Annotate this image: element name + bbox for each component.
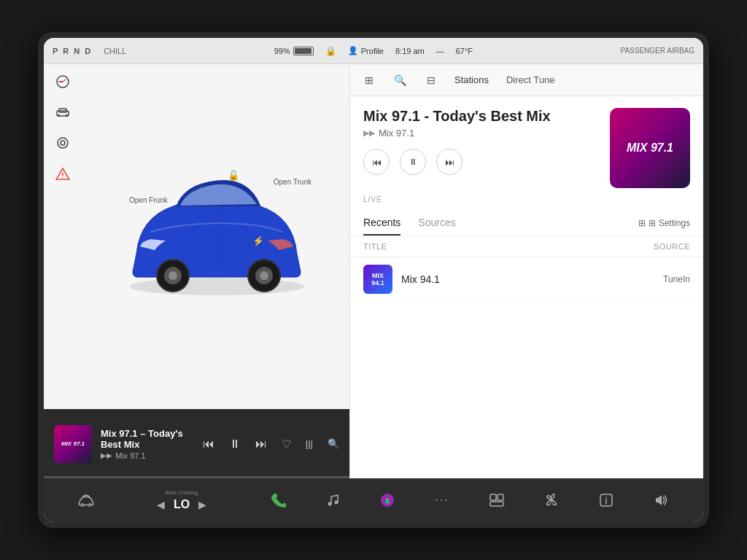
mini-next-button[interactable]: ⏭ <box>255 438 267 451</box>
profile-label: Profile <box>361 47 384 55</box>
left-panel: Open Frunk Open Trunk 🔓 ⚡ <box>44 64 350 478</box>
search-icon[interactable]: 🔍 <box>391 71 409 89</box>
main-content: Open Frunk Open Trunk 🔓 ⚡ <box>44 64 703 478</box>
taskbar-radio-button[interactable] <box>360 494 414 507</box>
now-playing-info: Mix 97.1 - Today's Best Mix ▶▶ Mix 97.1 … <box>363 108 598 175</box>
svg-point-21 <box>88 503 91 507</box>
unlock-icon[interactable]: 🔓 <box>228 170 239 181</box>
tabs-row: Recents Sources ⊞ ⊞ Settings <box>350 211 703 236</box>
svg-point-18 <box>260 271 268 280</box>
battery-indicator: 99% <box>274 47 314 55</box>
taskbar: Max Cooling ◀ LO ▶ <box>44 478 703 522</box>
pause-button[interactable]: ⏸ <box>400 149 426 175</box>
title-column-header: TITLE <box>363 242 632 251</box>
svg-point-23 <box>334 501 338 505</box>
taskbar-volume-button[interactable] <box>634 494 689 507</box>
volume-taskbar-icon <box>653 494 669 507</box>
taskbar-climate-button[interactable]: Max Cooling ◀ LO ▶ <box>113 489 250 511</box>
car-front-icon[interactable] <box>53 102 73 122</box>
svg-rect-27 <box>490 494 496 500</box>
speedometer-icon[interactable] <box>53 71 73 92</box>
sources-tab[interactable]: Sources <box>418 211 455 236</box>
direct-tune-tab[interactable]: Direct Tune <box>505 71 556 88</box>
svg-rect-6 <box>66 114 68 117</box>
recent-track-name: Mix 94.1 <box>401 273 623 285</box>
taskbar-more-button[interactable]: ··· <box>414 494 469 507</box>
stations-tab[interactable]: Stations <box>453 71 490 88</box>
car-taskbar-icon <box>77 494 95 507</box>
taskbar-dashboard-button[interactable] <box>469 494 524 507</box>
mini-heart-button[interactable]: ♡ <box>282 438 291 451</box>
phone-taskbar-icon <box>270 492 286 508</box>
mini-progress-bar <box>44 476 349 478</box>
now-playing-section: Mix 97.1 - Today's Best Mix ▶▶ Mix 97.1 … <box>350 96 703 195</box>
music-taskbar-icon <box>325 493 340 508</box>
fan-taskbar-icon <box>543 492 560 508</box>
battery-fill <box>295 48 311 54</box>
open-trunk-label[interactable]: Open Trunk <box>274 177 311 187</box>
mini-track-info: Mix 97.1 – Today's Best Mix ▶▶ Mix 97.1 <box>101 428 194 460</box>
dashboard-taskbar-icon <box>489 494 504 507</box>
grid-icon[interactable]: ⊞ <box>362 71 376 89</box>
tire-icon[interactable] <box>53 133 73 153</box>
now-playing-subtitle: ▶▶ Mix 97.1 <box>363 128 598 139</box>
taskbar-fan-button[interactable] <box>525 492 579 508</box>
open-frunk-label[interactable]: Open Frunk <box>129 195 168 206</box>
right-panel: ⊞ 🔍 ⊟ Stations Direct Tune Mix 97.1 - To… <box>350 64 703 478</box>
mini-album-art-text: MIX 97.1 <box>61 440 85 448</box>
now-playing-title: Mix 97.1 - Today's Best Mix <box>363 108 598 125</box>
mini-track-sub: ▶▶ Mix 97.1 <box>101 451 194 460</box>
climate-sub-label: Max Cooling <box>166 489 198 496</box>
time-separator: — <box>436 47 444 55</box>
profile-button[interactable]: 👤 Profile <box>348 46 384 55</box>
recents-tab[interactable]: Recents <box>363 211 400 236</box>
album-art-large: MIX 97.1 <box>610 108 690 188</box>
prev-button[interactable]: ⏮ <box>363 149 390 175</box>
alert-icon[interactable] <box>53 163 73 184</box>
media-top-bar: ⊞ 🔍 ⊟ Stations Direct Tune <box>350 64 703 96</box>
climate-right-arrow[interactable]: ▶ <box>198 499 206 510</box>
mini-prev-button[interactable]: ⏮ <box>203 438 214 451</box>
profile-icon: 👤 <box>348 46 358 55</box>
live-section: LIVE <box>350 195 703 211</box>
settings-button[interactable]: ⊞ ⊞ Settings <box>638 218 690 228</box>
temp-display: 67°F <box>456 47 473 55</box>
svg-point-33 <box>605 497 607 499</box>
battery-bar <box>293 47 314 55</box>
next-button[interactable]: ⏭ <box>436 149 462 175</box>
mini-player-controls: ⏮ ⏸ ⏭ ♡ ||| 🔍 <box>203 438 339 451</box>
status-left: P R N D CHILL <box>53 47 126 55</box>
mini-album-art: MIX 97.1 <box>54 425 92 463</box>
more-dots-icon: ··· <box>435 494 449 507</box>
svg-point-8 <box>61 141 65 145</box>
mini-eq-button[interactable]: ||| <box>306 438 313 449</box>
climate-controls: ◀ LO ▶ <box>157 498 206 511</box>
taskbar-car-button[interactable] <box>58 494 113 507</box>
climate-left-arrow[interactable]: ◀ <box>157 499 165 510</box>
mini-pause-button[interactable]: ⏸ <box>229 438 241 451</box>
svg-rect-28 <box>498 494 503 500</box>
info-taskbar-icon <box>599 493 614 508</box>
settings-icon: ⊞ <box>638 218 646 228</box>
recents-list: TITLE SOURCE MIX94.1 Mix 94.1 TuneIn <box>350 236 703 478</box>
gear-indicator: P R N D <box>53 47 92 55</box>
recent-item[interactable]: MIX94.1 Mix 94.1 TuneIn <box>350 257 703 302</box>
svg-point-15 <box>169 271 177 280</box>
status-center: 99% 🔒 👤 Profile 8:19 am — 67°F <box>126 46 620 56</box>
car-visual-area: Open Frunk Open Trunk 🔓 ⚡ <box>84 64 349 409</box>
source-column-header: SOURCE <box>632 242 690 251</box>
taskbar-info-button[interactable] <box>579 493 634 508</box>
filter-icon[interactable]: ⊟ <box>424 71 438 89</box>
taskbar-phone-button[interactable] <box>250 492 305 508</box>
battery-percent: 99% <box>274 47 290 55</box>
screen: P R N D CHILL 99% 🔒 👤 Profile 8:19 am — … <box>44 38 703 522</box>
climate-value: LO <box>171 498 193 511</box>
taskbar-music-button[interactable] <box>305 493 360 508</box>
car-control-area: Open Frunk Open Trunk 🔓 ⚡ <box>44 64 349 409</box>
svg-point-10 <box>62 177 63 178</box>
live-badge: LIVE <box>363 195 690 203</box>
drive-mode: CHILL <box>104 47 126 55</box>
mini-search-button[interactable]: 🔍 <box>328 438 339 449</box>
svg-point-7 <box>58 138 68 148</box>
mini-player: MIX 97.1 Mix 97.1 – Today's Best Mix ▶▶ … <box>44 409 349 478</box>
